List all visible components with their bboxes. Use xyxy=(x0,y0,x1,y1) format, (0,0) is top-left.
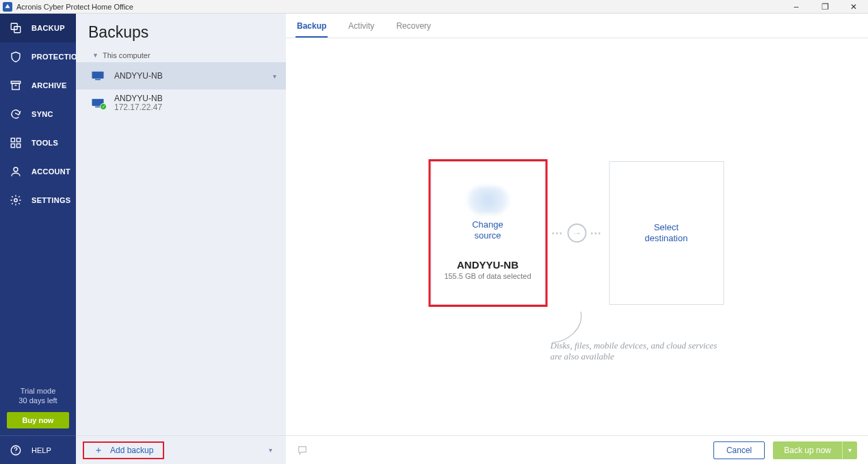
main-sidebar: BACKUP PROTECTION ARCHIVE SYNC xyxy=(0,14,76,464)
window-titlebar: Acronis Cyber Protect Home Office – ❐ ✕ xyxy=(0,0,868,14)
content-area: Backup Activity Recovery Change source A… xyxy=(286,14,868,464)
backup-list-panel: Backups ▼ This computer ANDYYU-NB ▾ ANDY… xyxy=(76,14,286,464)
sidebar-label: HELP xyxy=(31,446,51,454)
backup-item[interactable]: ANDYYU-NB 172.17.22.47 xyxy=(76,90,286,117)
source-name: ANDYYU-NB xyxy=(457,259,518,271)
window-maximize-button[interactable]: ❐ xyxy=(811,0,839,14)
svg-rect-8 xyxy=(11,144,14,148)
svg-rect-7 xyxy=(17,138,21,141)
panel-title: Backups xyxy=(76,14,286,49)
svg-rect-9 xyxy=(17,144,21,148)
window-close-button[interactable]: ✕ xyxy=(839,0,868,14)
tab-activity[interactable]: Activity xyxy=(347,21,376,38)
source-detail: 155.5 GB of data selected xyxy=(444,272,531,280)
text: Change xyxy=(472,219,503,230)
backup-item-ip: 172.17.22.47 xyxy=(114,103,163,112)
tab-backup[interactable]: Backup xyxy=(295,21,328,38)
source-card[interactable]: Change source ANDYYU-NB 155.5 GB of data… xyxy=(430,161,545,305)
computer-icon xyxy=(91,71,105,81)
select-destination-link[interactable]: Select destination xyxy=(645,222,688,244)
text: destination xyxy=(645,233,688,243)
sidebar-label: ARCHIVE xyxy=(31,81,67,90)
sidebar-label: SYNC xyxy=(31,110,53,118)
gear-icon xyxy=(10,194,22,206)
dots-icon: ••• xyxy=(552,230,564,237)
sidebar-label: ACCOUNT xyxy=(31,167,70,176)
comment-icon[interactable] xyxy=(297,445,308,456)
sidebar-label: SETTINGS xyxy=(31,196,70,204)
archive-icon xyxy=(10,79,22,92)
cancel-button[interactable]: Cancel xyxy=(713,441,765,459)
status-ok-badge xyxy=(100,103,107,110)
trial-status: Trial mode 30 days left xyxy=(0,383,76,408)
svg-point-11 xyxy=(14,199,18,202)
backup-now-dropdown[interactable]: ▾ xyxy=(842,441,857,459)
tab-recovery[interactable]: Recovery xyxy=(395,21,432,38)
backup-icon xyxy=(10,22,22,34)
sidebar-item-help[interactable]: HELP xyxy=(0,435,76,464)
svg-point-13 xyxy=(15,452,16,453)
sidebar-label: BACKUP xyxy=(31,24,65,32)
arrow-right-icon: → xyxy=(568,223,587,243)
add-backup-dropdown[interactable]: ▾ xyxy=(269,446,272,454)
trial-line: 30 days left xyxy=(0,396,76,405)
bottom-bar: Cancel Back up now ▾ xyxy=(286,435,868,464)
plus-icon: ＋ xyxy=(94,444,103,456)
svg-rect-6 xyxy=(11,138,14,141)
svg-rect-4 xyxy=(12,83,20,90)
flow-arrow: ••• → ••• xyxy=(552,223,602,243)
backup-group-header[interactable]: ▼ This computer xyxy=(76,49,286,62)
trial-line: Trial mode xyxy=(0,386,76,396)
sidebar-label: PROTECTION xyxy=(31,53,83,61)
backup-item-name: ANDYYU-NB xyxy=(114,71,163,81)
text: Select xyxy=(654,222,679,232)
sidebar-item-tools[interactable]: TOOLS xyxy=(0,128,76,157)
text: source xyxy=(474,230,501,241)
dots-icon: ••• xyxy=(591,230,603,237)
chevron-down-icon[interactable]: ▾ xyxy=(273,72,276,80)
window-minimize-button[interactable]: – xyxy=(782,0,811,14)
add-backup-button[interactable]: ＋ Add backup xyxy=(83,441,164,459)
change-source-link[interactable]: Change source xyxy=(472,219,503,241)
backup-now-button[interactable]: Back up now xyxy=(773,441,842,459)
sidebar-item-archive[interactable]: ARCHIVE xyxy=(0,71,76,100)
sidebar-item-protection[interactable]: PROTECTION xyxy=(0,42,76,71)
svg-rect-15 xyxy=(95,79,101,81)
window-title: Acronis Cyber Protect Home Office xyxy=(16,3,133,11)
account-icon xyxy=(10,165,22,178)
backup-item-selected[interactable]: ANDYYU-NB ▾ xyxy=(76,62,286,90)
chevron-down-icon: ▼ xyxy=(92,52,98,59)
tools-icon xyxy=(10,137,22,149)
source-glow-icon xyxy=(467,187,508,214)
shield-icon xyxy=(10,51,22,63)
add-backup-label: Add backup xyxy=(110,446,153,455)
group-label: This computer xyxy=(103,51,150,59)
help-icon xyxy=(10,444,22,456)
content-tabs: Backup Activity Recovery xyxy=(286,14,868,38)
svg-rect-14 xyxy=(92,72,103,79)
sync-icon xyxy=(10,108,22,120)
app-icon xyxy=(3,2,12,12)
hint-text: Disks, files, mobile devices, and cloud … xyxy=(551,340,728,362)
buy-now-button[interactable]: Buy now xyxy=(7,412,69,428)
sidebar-item-backup[interactable]: BACKUP xyxy=(0,14,76,42)
sidebar-label: TOOLS xyxy=(31,139,58,147)
sidebar-item-account[interactable]: ACCOUNT xyxy=(0,157,76,186)
computer-icon xyxy=(91,98,105,108)
sidebar-item-settings[interactable]: SETTINGS xyxy=(0,186,76,215)
svg-point-10 xyxy=(14,167,18,172)
destination-card[interactable]: Select destination xyxy=(609,161,724,305)
sidebar-item-sync[interactable]: SYNC xyxy=(0,100,76,128)
